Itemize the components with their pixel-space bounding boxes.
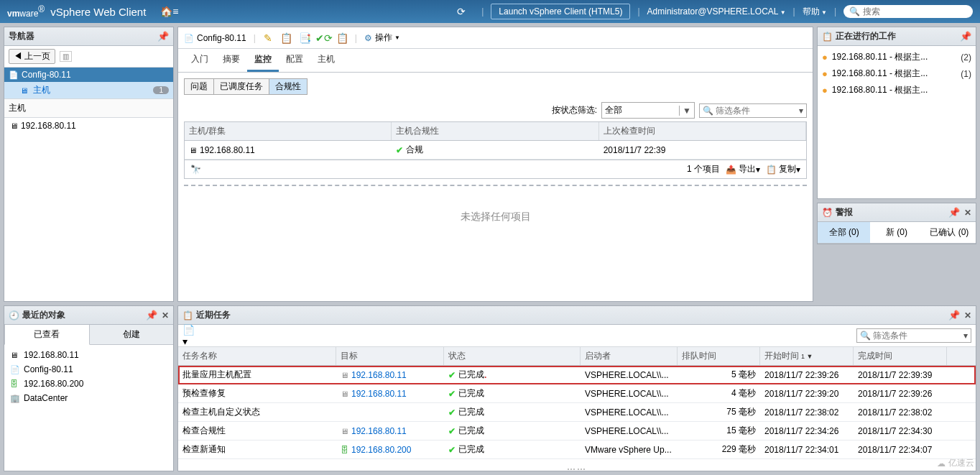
close-icon[interactable]: ✕	[964, 310, 971, 320]
object-name: Config-80.11	[197, 33, 246, 43]
tab-monitor[interactable]: 监控	[247, 49, 279, 72]
cell-start: 2018/11/7 22:39:20	[760, 384, 854, 402]
ro-item[interactable]: 192.168.80.200	[7, 377, 170, 391]
nav-back-row: ◀ 上一页 ▥	[4, 46, 173, 68]
filter-label: 按状态筛选:	[552, 104, 597, 116]
tree-item-host[interactable]: 主机 1	[4, 82, 173, 98]
wip-item[interactable]: ●192.168.80.11 - 根据主...(2)	[820, 49, 973, 65]
ro-tab-created[interactable]: 创建	[90, 325, 174, 344]
cell-task-name: 预检查修复	[178, 384, 336, 402]
pin-icon[interactable]: 📌	[948, 310, 960, 320]
tasks-filter-input[interactable]	[873, 331, 961, 341]
cell-initiator: VSPHERE.LOCAL\\...	[581, 366, 678, 384]
tasks-filter-input-box[interactable]: 🔍 ▾	[856, 328, 971, 343]
alarm-icon: ⏰	[822, 208, 833, 218]
cell-end: 2018/11/7 22:38:02	[854, 403, 947, 421]
tasks-table: 任务名称 目标 状态 启动者 排队时间 开始时间1 ▼ 完成时间 批量应用主机配…	[178, 347, 976, 467]
tb-action3-icon[interactable]: 📑	[297, 30, 313, 46]
global-search[interactable]: 🔍	[843, 5, 973, 18]
host-icon	[341, 426, 348, 436]
ro-item[interactable]: Config-80.11	[7, 362, 170, 377]
th-queue[interactable]: 排队时间	[678, 347, 760, 365]
copy-button[interactable]: 📋复制 ▾	[766, 163, 800, 175]
subtab-compliance[interactable]: 合规性	[269, 78, 308, 95]
tb-action5-icon[interactable]: 📋	[335, 30, 351, 46]
cell-target: 192.168.80.11	[336, 384, 444, 402]
tab-getting-started[interactable]: 入门	[184, 49, 216, 72]
ro-item[interactable]: 192.168.80.11	[7, 348, 170, 362]
launch-html5-button[interactable]: Launch vSphere Client (HTML5)	[491, 4, 630, 19]
tab-summary[interactable]: 摘要	[216, 49, 247, 72]
help-menu[interactable]: 帮助	[803, 6, 827, 18]
th-start[interactable]: 开始时间1 ▼	[760, 347, 854, 365]
datacenter-icon	[10, 393, 20, 403]
status-filter-select[interactable]: 全部 ▼	[601, 102, 695, 119]
cell-status: ✔已完成	[444, 384, 581, 402]
sort-indicator: 1 ▼	[801, 353, 813, 360]
empty-message: 未选择任何项目	[178, 189, 813, 245]
section-hosts: 主机	[4, 98, 173, 118]
resizer-handle[interactable]	[178, 467, 976, 471]
actions-dropdown[interactable]: ⚙ 操作 ▼	[361, 32, 403, 44]
wip-item[interactable]: ●192.168.80.11 - 根据主...	[820, 82, 973, 98]
th-end[interactable]: 完成时间	[854, 347, 947, 365]
tb-action1-icon[interactable]: ✎	[260, 30, 276, 46]
cell-end: 2018/11/7 22:34:30	[854, 422, 947, 440]
ro-tab-viewed[interactable]: 已查看	[4, 325, 90, 345]
export-button[interactable]: 📤导出 ▾	[726, 163, 760, 175]
tasks-filter-icon[interactable]: 📄▾	[182, 328, 198, 343]
subtab-issues[interactable]: 问题	[184, 78, 214, 95]
close-icon[interactable]: ✕	[162, 310, 169, 320]
tb-action2-icon[interactable]: 📋	[279, 30, 295, 46]
pin-icon[interactable]: 📌	[960, 31, 971, 42]
alarm-tab-ack[interactable]: 已确认 (0)	[923, 222, 976, 243]
back-button[interactable]: ◀ 上一页	[9, 49, 55, 64]
alarm-tab-new[interactable]: 新 (0)	[870, 222, 923, 243]
tab-hosts[interactable]: 主机	[310, 49, 342, 72]
nav-host-item[interactable]: 192.168.80.11	[4, 118, 173, 134]
pin-icon[interactable]: 📌	[146, 310, 157, 320]
refresh-icon[interactable]: ⟳	[457, 6, 466, 17]
wip-title: 正在进行的工作	[836, 30, 896, 42]
home-icon[interactable]: 🏠≡	[160, 6, 178, 17]
object-toolbar: Config-80.11 | ✎ 📋 📑 ✔⟳ 📋 | ⚙ 操作 ▼	[178, 27, 813, 49]
filter-input-box[interactable]: 🔍 ▾	[699, 103, 807, 118]
th-status[interactable]: 状态	[444, 347, 581, 365]
pin-icon[interactable]: 📌	[157, 31, 169, 42]
vcenter-icon	[10, 379, 20, 389]
pin-icon[interactable]: 📌	[948, 207, 960, 218]
th-last-check[interactable]: 上次检查时间	[599, 122, 806, 140]
find-icon[interactable]: 🔭	[190, 165, 201, 175]
th-host[interactable]: 主机/群集	[185, 122, 392, 140]
th-compliance[interactable]: 主机合规性	[392, 122, 598, 140]
user-menu[interactable]: Administrator@VSPHERE.LOCAL	[647, 6, 786, 17]
search-input[interactable]	[863, 6, 967, 17]
cell-initiator: VMware vSphere Up...	[581, 441, 678, 458]
top-header: vmware® vSphere Web Client 🏠≡ ⟳ | Launch…	[0, 0, 980, 23]
history-icon[interactable]: ▥	[60, 51, 72, 62]
task-row[interactable]: 检查新通知192.168.80.200✔已完成VMware vSphere Up…	[178, 441, 976, 459]
wip-list: ●192.168.80.11 - 根据主...(2) ●192.168.80.1…	[818, 46, 976, 198]
filter-input[interactable]	[716, 106, 796, 116]
task-row[interactable]: 批量应用主机配置192.168.80.11✔已完成 .VSPHERE.LOCAL…	[178, 366, 976, 384]
th-initiator[interactable]: 启动者	[581, 347, 678, 365]
th-task-name[interactable]: 任务名称	[178, 347, 336, 365]
cell-start: 2018/11/7 22:34:01	[760, 441, 854, 458]
divider	[184, 185, 807, 186]
task-row[interactable]: 检查合规性192.168.80.11✔已完成VSPHERE.LOCAL\\...…	[178, 422, 976, 441]
th-target[interactable]: 目标	[336, 347, 444, 365]
close-icon[interactable]: ✕	[964, 208, 971, 218]
tab-configure[interactable]: 配置	[279, 49, 310, 72]
alarm-tab-all[interactable]: 全部 (0)	[818, 222, 870, 243]
subtab-scheduled[interactable]: 已调度任务	[213, 78, 269, 95]
ro-item[interactable]: DataCenter	[7, 391, 170, 405]
breadcrumb-object[interactable]: Config-80.11	[181, 33, 249, 43]
nav-tree: Config-80.11 主机 1	[4, 68, 173, 98]
tree-item-config[interactable]: Config-80.11	[4, 68, 173, 82]
table-row[interactable]: 192.168.80.11 ✔合规 2018/11/7 22:39	[185, 141, 806, 160]
task-row[interactable]: 预检查修复192.168.80.11✔已完成VSPHERE.LOCAL\\...…	[178, 384, 976, 403]
host-icon	[20, 86, 30, 96]
tb-action4-icon[interactable]: ✔⟳	[316, 30, 332, 46]
task-row[interactable]: 检查主机自定义状态✔已完成VSPHERE.LOCAL\\...75 毫秒2018…	[178, 403, 976, 422]
wip-item[interactable]: ●192.168.80.11 - 根据主...(1)	[820, 65, 973, 82]
